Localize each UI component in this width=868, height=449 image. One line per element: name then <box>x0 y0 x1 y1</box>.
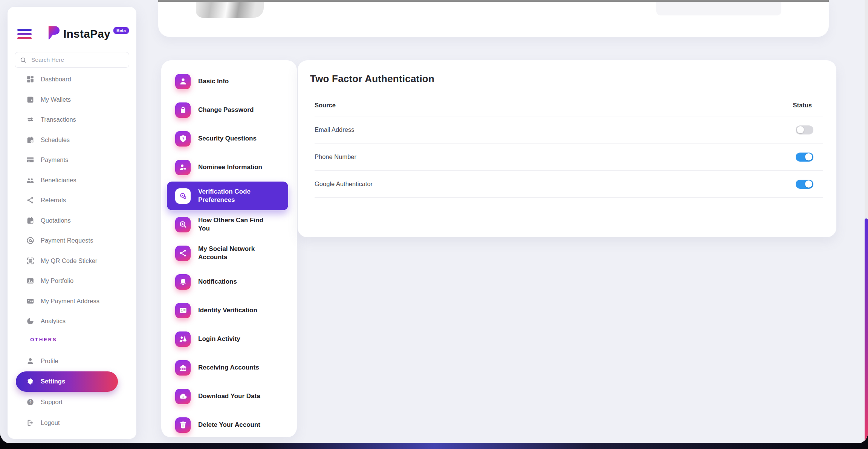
settings-nav-label: Nominee Information <box>198 163 262 171</box>
source-label: Phone Number <box>315 153 356 160</box>
sidebar-item-transactions[interactable]: Transactions <box>26 110 136 130</box>
sidebar-item-referrals[interactable]: Referrals <box>26 190 136 211</box>
hamburger-icon[interactable] <box>17 29 32 39</box>
sidebar-item-label: Settings <box>41 378 65 385</box>
settings-nav-item-security-questions[interactable]: Security Questions <box>167 124 288 153</box>
sidebar-item-quotations[interactable]: Quotations <box>26 211 136 231</box>
settings-nav-item-basic-info[interactable]: Basic Info <box>167 67 288 96</box>
settings-nav-item-identity-verification[interactable]: Identity Verification <box>167 296 288 325</box>
sidebar-item-settings[interactable]: Settings <box>16 371 118 392</box>
sidebar-item-profile[interactable]: Profile <box>26 351 136 371</box>
scrollbar-thumb[interactable] <box>865 218 868 444</box>
settings-nav-item-verification-code-preferences[interactable]: Verification Code Preferences <box>167 182 288 210</box>
toggle-google-authenticator[interactable] <box>796 180 813 189</box>
settings-nav-item-notifications[interactable]: Notifications <box>167 267 288 296</box>
search-person-icon <box>179 220 187 229</box>
beta-badge: Beta <box>113 27 129 34</box>
settings-nav-label: Download Your Data <box>198 392 260 400</box>
bell-icon <box>179 278 187 286</box>
sidebar-item-payments[interactable]: Payments <box>26 150 136 170</box>
settings-nav-item-nominee-information[interactable]: Nominee Information <box>167 153 288 182</box>
source-label: Google Authenticator <box>315 180 373 188</box>
settings-nav-label: My Social Network Accounts <box>198 245 268 261</box>
sidebar-header: InstaPay Beta <box>8 7 136 42</box>
bell-icon-tile <box>175 274 191 290</box>
sidebar-item-label: Dashboard <box>41 76 71 83</box>
search-box <box>15 52 129 68</box>
settings-nav-item-delete-your-account[interactable]: Delete Your Account <box>167 411 288 437</box>
settings-nav-label: Change Password <box>198 106 254 114</box>
content-card: Two Factor Authentication Source Status … <box>298 60 836 237</box>
settings-nav: Basic InfoChange PasswordSecurity Questi… <box>161 67 297 437</box>
share-icon <box>26 196 34 204</box>
scrollbar-track <box>865 0 868 444</box>
table-row-google-authenticator: Google Authenticator <box>315 171 823 198</box>
table-row-phone-number: Phone Number <box>315 144 823 171</box>
page-background: InstaPay Beta DashboardMy WalletsTransac… <box>0 0 868 444</box>
app-logo[interactable]: InstaPay Beta <box>47 26 129 42</box>
verification-code-icon-tile <box>175 188 191 204</box>
person-icon-tile <box>175 74 191 89</box>
sidebar-item-schedules[interactable]: Schedules <box>26 130 136 150</box>
table-header-row: Source Status <box>315 95 823 116</box>
sidebar-item-label: Profile <box>41 357 58 365</box>
source-header: Source <box>315 102 336 109</box>
bank-icon-tile <box>175 360 191 376</box>
settings-nav-label: Security Questions <box>198 134 257 143</box>
settings-nav-label: Delete Your Account <box>198 421 260 429</box>
sidebar-item-payment-requests[interactable]: Payment Requests <box>26 231 136 251</box>
settings-nav-item-login-activity[interactable]: Login Activity <box>167 325 288 353</box>
lock-icon-tile <box>175 102 191 118</box>
sidebar-item-label: Logout <box>41 419 60 426</box>
trash-icon-tile <box>175 417 191 433</box>
social-icon <box>179 249 187 257</box>
sidebar-item-label: Payments <box>41 156 68 163</box>
id-card-icon-tile <box>175 303 191 318</box>
grid-icon <box>26 75 34 83</box>
toggle-phone-number[interactable] <box>796 153 813 162</box>
person-star-icon <box>179 163 187 171</box>
settings-nav-item-receiving-accounts[interactable]: Receiving Accounts <box>167 353 288 382</box>
sidebar-item-analytics[interactable]: Analytics <box>26 311 136 331</box>
table-rows: Email AddressPhone NumberGoogle Authenti… <box>315 116 823 198</box>
calendar-icon <box>26 217 34 225</box>
sidebar-item-label: Beneficiaries <box>41 177 76 184</box>
toggle-email-address[interactable] <box>796 125 813 134</box>
settings-nav-item-how-others-can-find-you[interactable]: How Others Can Find You <box>167 210 288 239</box>
sidebar-item-label: My Wallets <box>41 96 71 103</box>
settings-nav-label: How Others Can Find You <box>198 216 268 233</box>
person-star-icon-tile <box>175 160 191 175</box>
settings-nav-label: Identity Verification <box>198 306 257 315</box>
source-label: Email Address <box>315 126 354 133</box>
calendar-icon <box>26 136 34 144</box>
search-input[interactable] <box>31 56 124 64</box>
profile-header-card <box>158 0 829 37</box>
status-header: Status <box>793 102 823 109</box>
login-activity-icon <box>179 335 187 343</box>
sidebar-item-my-payment-address[interactable]: My Payment Address <box>26 291 136 312</box>
id-card-icon <box>179 306 187 315</box>
trash-icon <box>179 421 187 429</box>
bank-icon <box>179 363 187 372</box>
sidebar-item-support[interactable]: Support <box>26 392 136 412</box>
sidebar-item-label: Quotations <box>41 217 71 224</box>
settings-nav-item-my-social-network-accounts[interactable]: My Social Network Accounts <box>167 239 288 267</box>
sidebar-item-my-qr-code-sticker[interactable]: My QR Code Sticker <box>26 251 136 271</box>
gear-icon <box>26 377 34 385</box>
sidebar-item-logout[interactable]: Logout <box>26 412 136 433</box>
sidebar-item-my-portfolio[interactable]: My Portfolio <box>26 271 136 291</box>
people-icon <box>26 176 34 184</box>
app-root: InstaPay Beta DashboardMy WalletsTransac… <box>0 0 868 449</box>
address-icon <box>26 297 34 305</box>
two-factor-table: Source Status Email AddressPhone NumberG… <box>315 95 823 198</box>
card-icon <box>26 156 34 164</box>
sidebar-item-beneficiaries[interactable]: Beneficiaries <box>26 170 136 191</box>
table-row-email-address: Email Address <box>315 116 823 144</box>
toggle-knob <box>797 126 804 133</box>
settings-nav-item-change-password[interactable]: Change Password <box>167 96 288 124</box>
sidebar-item-dashboard[interactable]: Dashboard <box>26 69 136 90</box>
settings-nav-item-download-your-data[interactable]: Download Your Data <box>167 382 288 411</box>
cloud-download-icon-tile <box>175 389 191 404</box>
person-icon <box>26 357 34 365</box>
sidebar-item-my-wallets[interactable]: My Wallets <box>26 90 136 110</box>
